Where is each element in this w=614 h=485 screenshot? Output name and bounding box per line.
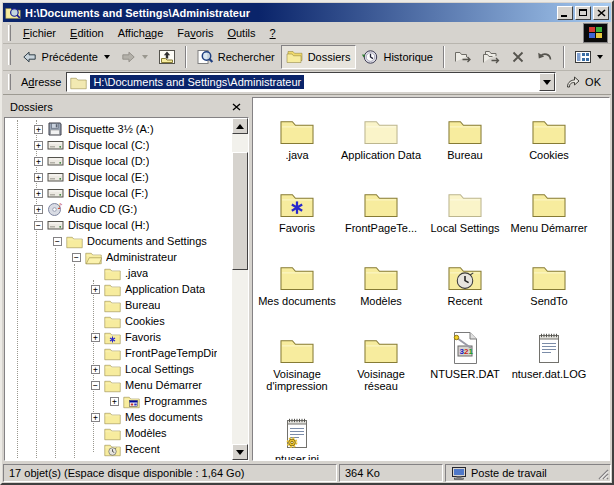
views-button[interactable]: [569, 45, 608, 69]
tree-item-label: Disque local (C:): [68, 139, 149, 151]
file-item[interactable]: Recent: [423, 256, 507, 307]
tree-item[interactable]: − Menu Démarrer: [5, 377, 248, 393]
file-item-label: Favoris: [279, 222, 315, 234]
scroll-down-button[interactable]: [232, 444, 248, 460]
close-button[interactable]: [593, 6, 609, 20]
file-item[interactable]: Voisinage réseau: [339, 329, 423, 392]
menubar-grip[interactable]: [8, 25, 11, 41]
file-item[interactable]: Bureau: [423, 110, 507, 161]
expand-toggle[interactable]: −: [34, 221, 43, 230]
expand-toggle[interactable]: −: [72, 253, 81, 262]
expand-toggle[interactable]: +: [91, 365, 100, 374]
file-item[interactable]: Application Data: [339, 110, 423, 161]
minimize-button[interactable]: [557, 6, 573, 20]
tree-item[interactable]: + Disque local (F:): [5, 185, 248, 201]
folder-icon: [104, 266, 122, 281]
go-button[interactable]: OK: [561, 75, 607, 89]
undo-button[interactable]: [531, 45, 559, 69]
views-dropdown-icon[interactable]: [597, 55, 603, 59]
tree-item[interactable]: − Administrateur: [5, 249, 248, 265]
expand-toggle[interactable]: +: [91, 333, 100, 342]
expand-toggle[interactable]: +: [91, 285, 100, 294]
file-item[interactable]: Local Settings: [423, 183, 507, 234]
address-dropdown-button[interactable]: [539, 73, 555, 91]
up-button[interactable]: [153, 45, 181, 69]
file-item[interactable]: Menu Démarrer: [507, 183, 591, 234]
tree-item[interactable]: + Programmes: [5, 393, 248, 409]
file-item[interactable]: 321 NTUSER.DAT: [423, 329, 507, 392]
menu-item[interactable]: Outils: [220, 25, 262, 41]
folder-icon: [104, 362, 122, 377]
tree-item[interactable]: + Disque local (E:): [5, 169, 248, 185]
file-item[interactable]: ntuser.dat.LOG: [507, 329, 591, 392]
expand-toggle[interactable]: −: [53, 237, 62, 246]
addressbar-grip[interactable]: [8, 74, 11, 90]
expand-toggle[interactable]: +: [34, 141, 43, 150]
menu-item[interactable]: Favoris: [170, 25, 220, 41]
move-to-button[interactable]: [449, 45, 477, 69]
tree-item[interactable]: + Disquette 3½ (A:): [5, 121, 248, 137]
expand-toggle[interactable]: +: [34, 205, 43, 214]
address-combobox[interactable]: H:\Documents and Settings\Administrateur: [66, 72, 556, 92]
expand-toggle[interactable]: +: [34, 173, 43, 182]
expand-toggle[interactable]: +: [34, 189, 43, 198]
tree-item[interactable]: − Documents and Settings: [5, 233, 248, 249]
menu-item[interactable]: ?: [263, 25, 283, 41]
forward-dropdown-icon[interactable]: [142, 55, 148, 59]
tree-item[interactable]: Bureau: [5, 297, 248, 313]
history-button[interactable]: Historique: [356, 45, 439, 69]
back-dropdown-icon[interactable]: [104, 55, 110, 59]
menu-item[interactable]: Affichage: [111, 25, 171, 41]
tree-item[interactable]: + Disque local (D:): [5, 153, 248, 169]
tree-item[interactable]: + Favoris: [5, 329, 248, 345]
tree-item[interactable]: + Application Data: [5, 281, 248, 297]
expand-toggle[interactable]: +: [34, 125, 43, 134]
tree-item[interactable]: + Mes documents: [5, 409, 248, 425]
folders-icon: [286, 49, 304, 65]
file-item[interactable]: Cookies: [507, 110, 591, 161]
expand-toggle[interactable]: +: [110, 397, 119, 406]
menu-item[interactable]: Edition: [63, 25, 111, 41]
file-item[interactable]: ntuser.ini: [255, 414, 339, 461]
tree-item[interactable]: + Local Settings: [5, 361, 248, 377]
tree-scrollbar[interactable]: [232, 118, 248, 460]
star-folder-icon: [279, 183, 315, 219]
folders-button[interactable]: Dossiers: [281, 45, 357, 69]
file-item[interactable]: .java: [255, 110, 339, 161]
tree-item[interactable]: + Disque local (C:): [5, 137, 248, 153]
menu-item[interactable]: Fichier: [16, 25, 63, 41]
expand-toggle[interactable]: +: [91, 413, 100, 422]
tree-item[interactable]: Modèles: [5, 425, 248, 441]
file-item[interactable]: Voisinage d'impression: [255, 329, 339, 392]
address-value[interactable]: H:\Documents and Settings\Administrateur: [90, 75, 304, 89]
tree-item[interactable]: FrontPageTempDir: [5, 345, 248, 361]
forward-button[interactable]: [115, 45, 153, 69]
explorer-icon[interactable]: [5, 5, 21, 21]
scroll-up-button[interactable]: [232, 118, 248, 134]
folders-pane-close-button[interactable]: [229, 101, 243, 114]
maximize-button[interactable]: [575, 6, 591, 20]
file-item[interactable]: Mes documents: [255, 256, 339, 307]
tree-item[interactable]: − Disque local (H:): [5, 217, 248, 233]
expand-toggle[interactable]: −: [91, 381, 100, 390]
scrollbar-thumb[interactable]: [232, 152, 248, 270]
copy-to-button[interactable]: [477, 45, 505, 69]
tree-item[interactable]: + ♪ Audio CD (G:): [5, 201, 248, 217]
file-item[interactable]: Modèles: [339, 256, 423, 307]
toolbar-grip[interactable]: [8, 49, 11, 65]
file-item[interactable]: FrontPageTe...: [339, 183, 423, 234]
folder-icon: [70, 75, 87, 90]
file-item[interactable]: Favoris: [255, 183, 339, 234]
tree-item[interactable]: .java: [5, 265, 248, 281]
file-item[interactable]: SendTo: [507, 256, 591, 307]
delete-button[interactable]: [505, 45, 531, 69]
star-folder-icon: [104, 330, 122, 345]
tree-item[interactable]: Cookies: [5, 313, 248, 329]
resize-grip[interactable]: [596, 467, 609, 480]
tree-item-label: Application Data: [125, 283, 205, 295]
back-button[interactable]: Précédente: [16, 45, 115, 69]
expand-toggle[interactable]: +: [34, 157, 43, 166]
toolbar: Précédente Rechercher Dossiers Historiqu…: [3, 44, 611, 71]
search-button[interactable]: Rechercher: [191, 45, 281, 69]
tree-item[interactable]: Recent: [5, 441, 248, 457]
